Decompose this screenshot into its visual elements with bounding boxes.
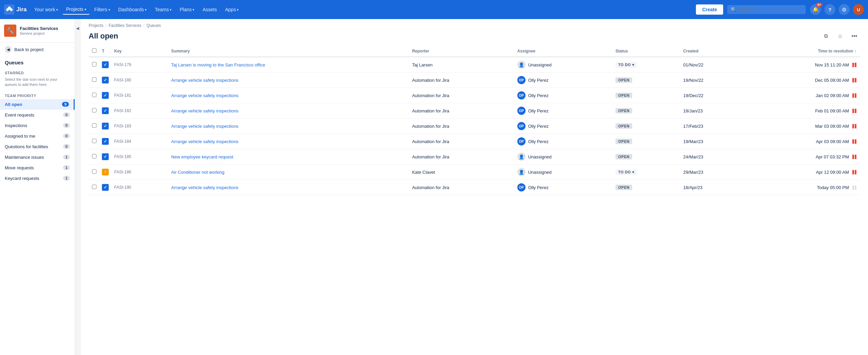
sidebar-item-label: Questions for facilities [5,144,48,149]
issue-summary[interactable]: Air Conditioner not working [168,165,409,180]
notifications-button[interactable]: 🔔 9+ [810,4,821,15]
status-badge[interactable]: OPEN [615,139,632,144]
jira-logo[interactable]: Jira [4,4,27,15]
col-type[interactable]: T [100,46,111,57]
issue-status[interactable]: OPEN [612,88,680,103]
sidebar-item-keycard-requests[interactable]: Keycard requests 1 [0,173,75,184]
nav-plans[interactable]: Plans ▾ [176,5,198,14]
resolution-time: Apr 03 09:00 AM [816,139,849,144]
issue-status[interactable]: OPEN [612,103,680,119]
status-badge[interactable]: TO DO ▾ [615,169,637,175]
status-badge[interactable]: OPEN [615,185,632,190]
breadcrumb-projects[interactable]: Projects [89,23,103,28]
issue-status[interactable]: OPEN [612,180,680,195]
star-button[interactable]: ☆ [835,31,846,42]
summary-link[interactable]: Arrange vehicle safety inspections [171,185,238,190]
issue-summary[interactable]: New employee keycard request [168,149,409,165]
create-button[interactable]: Create [696,4,723,15]
issue-status[interactable]: TO DO ▾ [612,165,680,180]
issue-summary[interactable]: Arrange vehicle safety inspections [168,119,409,134]
summary-link[interactable]: Arrange vehicle safety inspections [171,124,238,129]
urgency-indicator [852,93,856,98]
row-checkbox[interactable] [92,139,96,143]
help-button[interactable]: ? [824,4,835,15]
summary-link[interactable]: Arrange vehicle safety inspections [171,139,238,144]
col-status[interactable]: Status [612,46,680,57]
row-checkbox[interactable] [92,93,96,97]
sidebar-item-maintenance-issues[interactable]: Maintenance issues 1 [0,152,75,163]
col-resolution[interactable]: Time to resolution ↑ [744,46,860,57]
issue-reporter: Taj Larsen [409,57,514,73]
nav-assets[interactable]: Assets [199,5,220,14]
row-checkbox[interactable] [92,185,96,189]
row-checkbox[interactable] [92,123,96,128]
assignee-cell: 👤 Unassigned [517,168,609,176]
row-checkbox[interactable] [92,169,96,174]
nav-filters[interactable]: Filters ▾ [91,5,113,14]
row-checkbox[interactable] [92,154,96,158]
status-badge[interactable]: OPEN [615,108,632,113]
settings-button[interactable]: ⚙ [839,4,850,15]
breadcrumb-facilities[interactable]: Facilities Services [109,23,141,28]
status-badge[interactable]: OPEN [615,77,632,83]
issue-summary[interactable]: Arrange vehicle safety inspections [168,73,409,88]
nav-dashboards[interactable]: Dashboards ▾ [115,5,150,14]
status-badge[interactable]: OPEN [615,154,632,159]
table-row: ✓FASI-183Arrange vehicle safety inspecti… [89,119,860,134]
more-options-button[interactable]: ••• [849,31,860,42]
col-created[interactable]: Created [680,46,744,57]
issue-created: 19/Dec/22 [680,88,744,103]
sidebar-item-move-requests[interactable]: Move requests 1 [0,163,75,173]
row-checkbox[interactable] [92,108,96,112]
issue-status[interactable]: OPEN [612,119,680,134]
issue-type-icon: ✓ [102,77,109,83]
summary-link[interactable]: Air Conditioner not working [171,170,224,175]
resolution-time: Feb 01 09:00 AM [815,108,849,113]
issue-type-icon: ✓ [102,153,109,160]
issue-summary[interactable]: Arrange vehicle safety inspections [168,88,409,103]
issue-status[interactable]: OPEN [612,73,680,88]
issue-resolution: Dec 05 09:00 AM [744,73,860,88]
sidebar-item-assigned-to-me[interactable]: Assigned to me 0 [0,131,75,141]
summary-link[interactable]: Arrange vehicle safety inspections [171,78,238,83]
issue-status[interactable]: OPEN [612,149,680,165]
row-checkbox[interactable] [92,62,96,66]
nav-projects[interactable]: Projects ▾ [63,4,90,15]
col-checkbox[interactable] [89,46,100,57]
status-badge[interactable]: OPEN [615,93,632,98]
status-badge[interactable]: TO DO ▾ [615,62,637,68]
search-box[interactable]: 🔍 [727,5,806,14]
open-in-new-button[interactable]: ⧉ [820,31,831,42]
col-key[interactable]: Key [111,46,168,57]
back-to-project[interactable]: ◀ Back to project [0,43,75,56]
issue-summary[interactable]: Arrange vehicle safety inspections [168,103,409,119]
sidebar-item-inspections[interactable]: Inspections 0 [0,120,75,131]
summary-link[interactable]: Arrange vehicle safety inspections [171,93,238,98]
table-row: ✓FASI-185New employee keycard requestAut… [89,149,860,165]
sidebar-item-event-requests[interactable]: Event requests 0 [0,110,75,120]
nav-teams[interactable]: Teams ▾ [151,5,175,14]
summary-link[interactable]: Arrange vehicle safety inspections [171,108,238,113]
col-summary[interactable]: Summary [168,46,409,57]
issue-summary[interactable]: Arrange vehicle safety inspections [168,134,409,149]
col-assignee[interactable]: Assignee [514,46,612,57]
search-input[interactable] [738,7,802,12]
nav-apps[interactable]: Apps ▾ [222,5,242,14]
select-all-checkbox[interactable] [92,48,96,53]
summary-link[interactable]: Taj Larsen is moving to the San Francisc… [171,62,265,67]
col-reporter[interactable]: Reporter [409,46,514,57]
status-badge[interactable]: OPEN [615,123,632,129]
resolution-time: Jan 02 09:00 AM [816,93,849,98]
issue-summary[interactable]: Taj Larsen is moving to the San Francisc… [168,57,409,73]
issue-status[interactable]: TO DO ▾ [612,57,680,73]
sidebar-collapse-button[interactable]: ◀ [75,19,80,355]
sidebar-item-label: Keycard requests [5,176,39,181]
row-checkbox[interactable] [92,77,96,82]
user-avatar[interactable]: U [853,4,864,15]
sidebar-item-all-open[interactable]: All open 9 [0,99,75,110]
issue-status[interactable]: OPEN [612,134,680,149]
sidebar-item-questions-for-facilities[interactable]: Questions for facilities 0 [0,141,75,152]
summary-link[interactable]: New employee keycard request [171,154,233,159]
nav-your-work[interactable]: Your work ▾ [31,5,61,14]
issue-summary[interactable]: Arrange vehicle safety inspections [168,180,409,195]
